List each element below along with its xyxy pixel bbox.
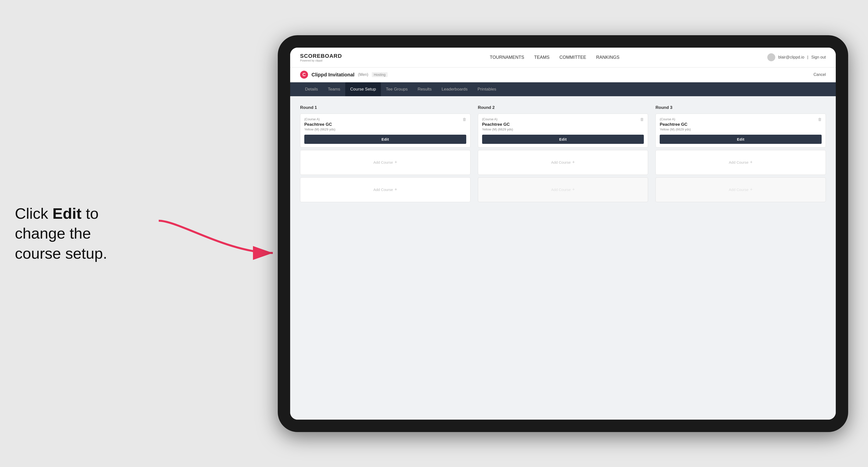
round-2-title: Round 2 (478, 105, 648, 110)
logo-sub: Powered by clippd (300, 59, 342, 62)
tab-course-setup[interactable]: Course Setup (345, 82, 381, 96)
add-course-r3-2: Add Course + (655, 177, 826, 202)
tab-results[interactable]: Results (413, 82, 437, 96)
main-content: Round 1 🗑 (Course A) Peachtree GC Yellow… (290, 96, 836, 419)
tournament-gender: (Men) (358, 72, 368, 77)
nav-link-tournaments[interactable]: TOURNAMENTS (490, 55, 524, 60)
add-course-r1-2[interactable]: Add Course + (300, 177, 470, 202)
instruction-text: Click Edit tochange thecourse setup. (15, 204, 164, 263)
add-course-label-r2-1: Add Course + (551, 160, 575, 165)
separator: | (807, 55, 808, 60)
arrow-indicator (154, 216, 278, 266)
tab-bar: Details Teams Course Setup Tee Groups Re… (290, 82, 836, 96)
edit-button-r1[interactable]: Edit (304, 135, 466, 144)
tab-details[interactable]: Details (300, 82, 323, 96)
course-details-r1: Yellow (M) (6629 yds) (304, 127, 466, 131)
course-name-r3: Peachtree GC (660, 122, 822, 127)
rounds-grid: Round 1 🗑 (Course A) Peachtree GC Yellow… (300, 105, 826, 205)
round-1-column: Round 1 🗑 (Course A) Peachtree GC Yellow… (300, 105, 470, 205)
add-course-r3-1[interactable]: Add Course + (655, 150, 826, 175)
round-1-title: Round 1 (300, 105, 470, 110)
course-details-r2: Yellow (M) (6629 yds) (482, 127, 644, 131)
user-email: blair@clippd.io (778, 55, 804, 60)
sign-out-link[interactable]: Sign out (811, 55, 826, 60)
add-course-label-r2-2: Add Course + (551, 187, 575, 192)
add-course-label-r1-1: Add Course + (373, 160, 397, 165)
avatar (767, 53, 775, 61)
course-name-r1: Peachtree GC (304, 122, 466, 127)
edit-button-r2[interactable]: Edit (482, 135, 644, 144)
nav-right: blair@clippd.io | Sign out (767, 53, 826, 61)
course-card-r2-a: 🗑 (Course A) Peachtree GC Yellow (M) (66… (478, 114, 648, 148)
add-course-r2-1[interactable]: Add Course + (478, 150, 648, 175)
tablet-frame: SCOREBOARD Powered by clippd TOURNAMENTS… (278, 35, 848, 432)
nav-link-teams[interactable]: TEAMS (534, 55, 550, 60)
add-course-label-r3-2: Add Course + (729, 187, 753, 192)
delete-icon-r3[interactable]: 🗑 (817, 117, 823, 122)
add-course-r2-2: Add Course + (478, 177, 648, 202)
tab-printables[interactable]: Printables (473, 82, 501, 96)
course-label-r3: (Course A) (660, 117, 822, 121)
course-details-r3: Yellow (M) (6629 yds) (660, 127, 822, 131)
delete-icon-r2[interactable]: 🗑 (639, 117, 645, 122)
sub-header-left: C Clippd Invitational (Men) Hosting (300, 71, 388, 79)
nav-links: TOURNAMENTS TEAMS COMMITTEE RANKINGS (490, 55, 620, 60)
round-3-title: Round 3 (655, 105, 826, 110)
cancel-button[interactable]: Cancel (813, 72, 826, 77)
round-2-column: Round 2 🗑 (Course A) Peachtree GC Yellow… (478, 105, 648, 205)
top-nav: SCOREBOARD Powered by clippd TOURNAMENTS… (290, 48, 836, 67)
course-card-r3-a: 🗑 (Course A) Peachtree GC Yellow (M) (66… (655, 114, 826, 148)
logo-text: SCOREBOARD (300, 53, 342, 59)
tab-tee-groups[interactable]: Tee Groups (381, 82, 413, 96)
delete-icon-r1[interactable]: 🗑 (462, 117, 467, 122)
course-name-r2: Peachtree GC (482, 122, 644, 127)
tournament-name: Clippd Invitational (311, 72, 354, 77)
tablet-screen: SCOREBOARD Powered by clippd TOURNAMENTS… (290, 48, 836, 419)
clippd-logo: C (300, 71, 308, 79)
edit-button-r3[interactable]: Edit (660, 135, 822, 144)
sub-header: C Clippd Invitational (Men) Hosting Canc… (290, 67, 836, 82)
course-label-r2: (Course A) (482, 117, 644, 121)
add-course-r1-1[interactable]: Add Course + (300, 150, 470, 175)
nav-link-committee[interactable]: COMMITTEE (559, 55, 586, 60)
course-card-r1-a: 🗑 (Course A) Peachtree GC Yellow (M) (66… (300, 114, 470, 148)
tab-teams[interactable]: Teams (323, 82, 345, 96)
nav-link-rankings[interactable]: RANKINGS (596, 55, 620, 60)
hosting-badge: Hosting (372, 72, 388, 77)
add-course-label-r1-2: Add Course + (373, 187, 397, 192)
tab-leaderboards[interactable]: Leaderboards (437, 82, 473, 96)
add-course-label-r3-1: Add Course + (729, 160, 753, 165)
logo-area: SCOREBOARD Powered by clippd (300, 53, 342, 62)
bold-edit: Edit (53, 205, 82, 222)
round-3-column: Round 3 🗑 (Course A) Peachtree GC Yellow… (655, 105, 826, 205)
course-label-r1: (Course A) (304, 117, 466, 121)
